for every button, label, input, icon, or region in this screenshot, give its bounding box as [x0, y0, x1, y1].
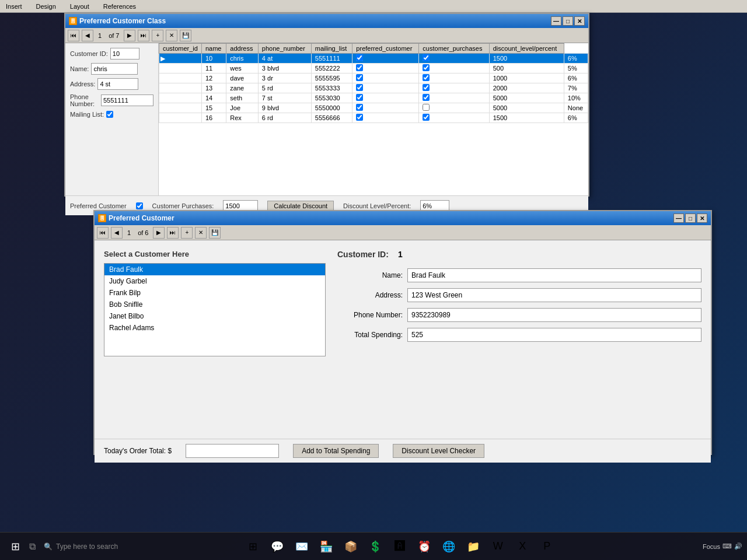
taskbar-files[interactable]: 📁 [462, 535, 485, 558]
col-header-purchases: customer_purchases [419, 44, 489, 54]
taskbar-dropbox[interactable]: 📦 [339, 535, 362, 558]
menu-insert[interactable]: Insert [2, 2, 26, 11]
taskbar-browser-a[interactable]: 🅰 [388, 535, 411, 558]
list-item[interactable]: Rachel Adams [104, 322, 325, 334]
upper-save-btn[interactable]: 💾 [180, 30, 191, 41]
upper-maximize-btn[interactable]: □ [563, 16, 573, 26]
mailing-checkbox[interactable] [106, 111, 113, 118]
add-to-spending-btn[interactable]: Add to Total Spending [293, 444, 379, 458]
mailing-label: Mailing List: [70, 111, 104, 118]
preferred-checkbox[interactable] [136, 202, 143, 209]
name-row: Name: [70, 63, 153, 75]
table-row[interactable]: ▶10chris4 at555111115006% [159, 54, 588, 64]
taskbar-store[interactable]: 🏪 [315, 535, 338, 558]
table-row[interactable]: 15Joe9 blvd55500005000None [159, 103, 588, 113]
menu-references[interactable]: References [100, 2, 139, 11]
speaker-icon[interactable]: 🔊 [734, 542, 742, 550]
upper-titlebar: 🗄 Preferred Customer Class — □ ✕ [65, 14, 588, 28]
lower-minimize-btn[interactable]: — [673, 214, 684, 223]
taskbar: ⊞ ⧉ 🔍 Type here to search ⊞ 💬 ✉️ 🏪 📦 💲 🅰… [0, 532, 747, 560]
lower-maximize-btn[interactable]: □ [685, 214, 696, 223]
upper-window: 🗄 Preferred Customer Class — □ ✕ ⏮ ◀ 1 o… [64, 13, 589, 197]
taskbar-currency[interactable]: 💲 [364, 535, 387, 558]
col-header-phone: phone_number [258, 44, 311, 54]
upper-close-btn[interactable]: ✕ [574, 16, 585, 26]
upper-record-current: 1 [96, 32, 104, 39]
taskbar-word[interactable]: W [486, 535, 509, 558]
keyboard-icon[interactable]: ⌨ [722, 542, 732, 550]
purchases-label: Customer Purchases: [152, 202, 214, 209]
phone-input[interactable] [101, 94, 153, 106]
order-total-input[interactable] [186, 444, 279, 458]
select-label: Select a Customer Here [104, 250, 326, 258]
taskbar-edge[interactable]: 🌐 [437, 535, 460, 558]
taskbar-apps: ⊞ 💬 ✉️ 🏪 📦 💲 🅰 ⏰ 🌐 📁 W X P [241, 535, 558, 558]
lower-save-btn[interactable]: 💾 [209, 227, 221, 239]
lower-next-btn[interactable]: ▶ [153, 227, 165, 239]
upper-content: Customer ID: Name: Address: Phone Number… [65, 43, 588, 195]
upper-minimize-btn[interactable]: — [551, 16, 561, 26]
db-icon: 🗄 [69, 17, 77, 25]
upper-table-area: customer_id name address phone_number ma… [159, 43, 588, 195]
list-item[interactable]: Brad Faulk [104, 264, 325, 275]
table-row[interactable]: 11wes3 blvd55522225005% [159, 64, 588, 74]
spending-field-input[interactable] [407, 328, 701, 342]
customer-id-display-value: 1 [398, 250, 403, 259]
search-bar[interactable]: 🔍 Type here to search [39, 542, 167, 551]
calculate-discount-btn[interactable]: Calculate Discount [267, 201, 334, 211]
upper-delete-btn[interactable]: ✕ [166, 30, 177, 41]
lower-content: Select a Customer Here Brad FaulkJudy Ga… [95, 240, 711, 439]
spending-field-label: Total Spending: [337, 331, 407, 339]
list-item[interactable]: Bob Sniflle [104, 299, 325, 310]
upper-next-btn[interactable]: ▶ [124, 30, 135, 41]
lower-window: 🗄 Preferred Customer — □ ✕ ⏮ ◀ 1 of 6 ▶ … [93, 210, 712, 455]
name-field-row: Name: [337, 268, 701, 282]
address-input[interactable] [97, 78, 138, 90]
taskbar-excel[interactable]: X [511, 535, 534, 558]
lower-delete-btn[interactable]: ✕ [195, 227, 207, 239]
table-row[interactable]: 12dave3 dr555559510006% [159, 74, 588, 83]
lower-close-btn[interactable]: ✕ [697, 214, 707, 223]
name-field-label: Name: [337, 271, 407, 279]
customer-id-input[interactable] [110, 48, 139, 60]
upper-last-btn[interactable]: ⏭ [138, 30, 149, 41]
lower-add-btn[interactable]: + [181, 227, 193, 239]
taskbar-powerpoint[interactable]: P [535, 535, 558, 558]
phone-field-input[interactable] [407, 308, 701, 322]
name-input[interactable] [91, 63, 138, 75]
discount-checker-btn[interactable]: Discount Level Checker [393, 444, 484, 458]
lower-window-controls: — □ ✕ [673, 214, 707, 223]
list-item[interactable]: Frank Bilp [104, 287, 325, 299]
start-button[interactable]: ⊞ [5, 536, 26, 557]
upper-add-btn[interactable]: + [152, 30, 163, 41]
customer-id-row: Customer ID: [70, 48, 153, 60]
list-item[interactable]: Judy Garbel [104, 275, 325, 287]
menu-layout[interactable]: Layout [67, 2, 93, 11]
table-row[interactable]: 16Rex6 rd555666615006% [159, 113, 588, 123]
name-field-input[interactable] [407, 268, 701, 282]
lower-first-btn[interactable]: ⏮ [97, 227, 109, 239]
menu-bar: Insert Design Layout References [0, 0, 747, 13]
task-view-btn[interactable]: ⧉ [29, 541, 36, 552]
taskbar-clock[interactable]: ⏰ [413, 535, 436, 558]
preferred-label: Preferred Customer [70, 202, 127, 209]
lower-prev-btn[interactable]: ◀ [111, 227, 123, 239]
spending-field-row: Total Spending: [337, 328, 701, 342]
upper-prev-btn[interactable]: ◀ [82, 30, 93, 41]
upper-left-panel: Customer ID: Name: Address: Phone Number… [65, 43, 159, 195]
lower-titlebar: 🗄 Preferred Customer — □ ✕ [95, 211, 711, 225]
upper-first-btn[interactable]: ⏮ [68, 30, 79, 41]
table-row[interactable]: 14seth7 st5553030500010% [159, 93, 588, 103]
taskbar-mail[interactable]: ✉️ [290, 535, 313, 558]
menu-design[interactable]: Design [33, 2, 60, 11]
table-row[interactable]: 13zane5 rd555333320007% [159, 83, 588, 93]
address-field-input[interactable] [407, 288, 701, 302]
search-icon: 🔍 [44, 542, 53, 551]
customer-listbox[interactable]: Brad FaulkJudy GarbelFrank BilpBob Snifl… [104, 263, 326, 356]
address-field-label: Address: [337, 291, 407, 299]
taskbar-widgets[interactable]: ⊞ [241, 535, 264, 558]
lower-nav-bar: ⏮ ◀ 1 of 6 ▶ ⏭ + ✕ 💾 [95, 225, 711, 240]
taskbar-chat[interactable]: 💬 [266, 535, 289, 558]
lower-last-btn[interactable]: ⏭ [167, 227, 179, 239]
list-item[interactable]: Janet Bilbo [104, 310, 325, 322]
